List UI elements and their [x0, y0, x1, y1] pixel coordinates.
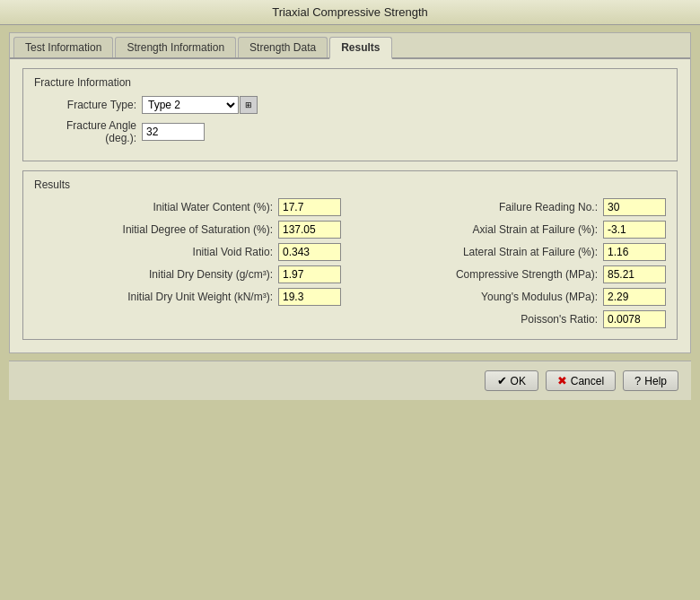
result-row-dry-unit-weight: Initial Dry Unit Weight (kN/m³):	[34, 288, 341, 306]
result-row-poissons-ratio: Poisson's Ratio:	[359, 310, 666, 328]
failure-reading-label: Failure Reading No.:	[499, 201, 603, 213]
result-row-compressive-strength: Compressive Strength (MPa):	[359, 265, 666, 283]
void-ratio-input[interactable]	[278, 243, 341, 261]
results-group: Results Initial Water Content (%): Initi…	[22, 170, 678, 340]
cancel-button[interactable]: ✖ Cancel	[546, 370, 616, 391]
fracture-angle-row: Fracture Angle (deg.):	[34, 119, 666, 144]
axial-strain-input[interactable]	[603, 221, 666, 239]
failure-reading-input[interactable]	[603, 198, 666, 216]
results-legend: Results	[34, 178, 666, 191]
result-row-youngs-modulus: Young's Modulus (MPa):	[359, 288, 666, 306]
result-row-failure-reading: Failure Reading No.:	[359, 198, 666, 216]
fracture-angle-label: Fracture Angle (deg.):	[34, 119, 142, 144]
tab-strength-data[interactable]: Strength Data	[238, 37, 328, 57]
bottom-bar: ✔ OK ✖ Cancel ? Help	[9, 361, 691, 400]
saturation-input[interactable]	[278, 221, 341, 239]
axial-strain-label: Axial Strain at Failure (%):	[473, 223, 603, 236]
ok-button[interactable]: ✔ OK	[485, 370, 538, 391]
result-row-lateral-strain: Lateral Strain at Failure (%):	[359, 243, 666, 261]
results-grid: Initial Water Content (%): Initial Degre…	[34, 198, 666, 328]
result-row-dry-density: Initial Dry Density (g/cm³):	[34, 265, 341, 283]
help-icon: ?	[634, 374, 641, 387]
ok-icon: ✔	[497, 374, 507, 387]
fracture-type-label: Fracture Type:	[34, 99, 142, 111]
result-row-void-ratio: Initial Void Ratio:	[34, 243, 341, 261]
dry-density-input[interactable]	[278, 265, 341, 283]
compressive-strength-input[interactable]	[603, 265, 666, 283]
results-left-column: Initial Water Content (%): Initial Degre…	[34, 198, 341, 328]
dialog-body: Fracture Information Fracture Type: Type…	[10, 59, 690, 352]
tab-results[interactable]: Results	[329, 37, 391, 59]
fracture-angle-input[interactable]	[142, 123, 205, 141]
water-content-input[interactable]	[278, 198, 341, 216]
cancel-label: Cancel	[571, 375, 604, 387]
saturation-label: Initial Degree of Saturation (%):	[123, 223, 278, 236]
fracture-information-group: Fracture Information Fracture Type: Type…	[22, 68, 678, 161]
water-content-label: Initial Water Content (%):	[153, 201, 278, 213]
lateral-strain-input[interactable]	[603, 243, 666, 261]
dry-unit-weight-label: Initial Dry Unit Weight (kN/m³):	[127, 291, 278, 303]
compressive-strength-label: Compressive Strength (MPa):	[456, 268, 603, 281]
help-button[interactable]: ? Help	[623, 370, 678, 391]
tab-strength-information[interactable]: Strength Information	[115, 37, 236, 57]
tab-test-information[interactable]: Test Information	[13, 37, 113, 57]
results-right-column: Failure Reading No.: Axial Strain at Fai…	[359, 198, 666, 328]
fracture-type-wrapper: Type 2 Type 1 Type 3 ⊞	[142, 96, 258, 114]
dry-unit-weight-input[interactable]	[278, 288, 341, 306]
dry-density-label: Initial Dry Density (g/cm³):	[149, 268, 278, 281]
youngs-modulus-label: Young's Modulus (MPa):	[481, 291, 603, 303]
fracture-type-row: Fracture Type: Type 2 Type 1 Type 3 ⊞	[34, 96, 666, 114]
dialog: Test Information Strength Information St…	[9, 32, 691, 353]
fracture-type-select[interactable]: Type 2 Type 1 Type 3	[142, 96, 239, 114]
cancel-icon: ✖	[557, 374, 567, 387]
lateral-strain-label: Lateral Strain at Failure (%):	[463, 246, 603, 258]
result-row-axial-strain: Axial Strain at Failure (%):	[359, 221, 666, 239]
youngs-modulus-input[interactable]	[603, 288, 666, 306]
ok-label: OK	[511, 375, 526, 387]
void-ratio-label: Initial Void Ratio:	[193, 246, 278, 258]
poissons-ratio-input[interactable]	[603, 310, 666, 328]
window-title: Triaxial Compressive Strength	[0, 0, 700, 25]
tab-bar: Test Information Strength Information St…	[10, 33, 690, 59]
result-row-water-content: Initial Water Content (%):	[34, 198, 341, 216]
poissons-ratio-label: Poisson's Ratio:	[521, 313, 603, 326]
fracture-legend: Fracture Information	[34, 76, 666, 89]
help-label: Help	[644, 375, 667, 387]
result-row-saturation: Initial Degree of Saturation (%):	[34, 221, 341, 239]
fracture-type-grid-button[interactable]: ⊞	[240, 96, 258, 114]
